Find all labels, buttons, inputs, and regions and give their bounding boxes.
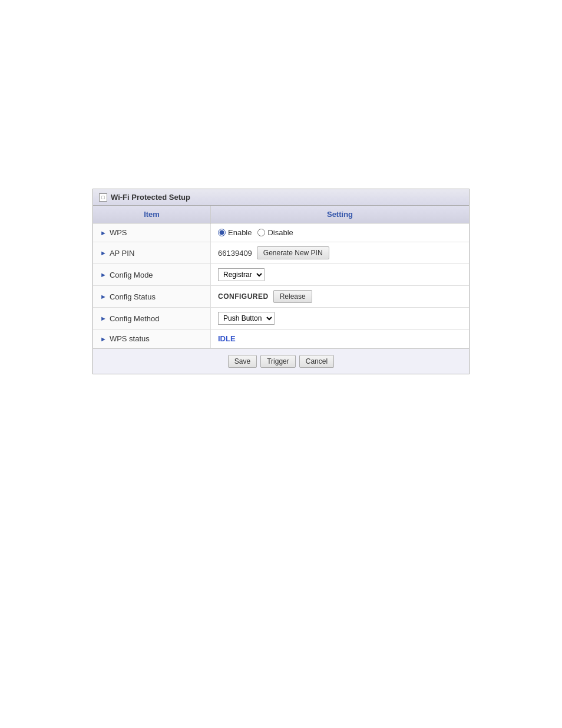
- wps-disable-label[interactable]: Disable: [257, 228, 293, 237]
- label-wps: WPS: [110, 228, 127, 237]
- wps-enable-label[interactable]: Enable: [218, 228, 252, 237]
- label-config-mode: Config Mode: [110, 271, 153, 279]
- row-label-config-method: ► Config Method: [93, 308, 211, 329]
- config-mode-select[interactable]: Registrar: [218, 268, 265, 281]
- row-value-ap-pin: 66139409 Generate New PIN: [211, 242, 469, 263]
- row-value-config-status: CONFIGURED Release: [211, 286, 469, 307]
- label-config-method: Config Method: [110, 314, 160, 323]
- panel-title-icon: □: [99, 193, 107, 202]
- arrow-icon-config-mode: ►: [100, 271, 107, 278]
- row-value-wps: Enable Disable: [211, 223, 469, 242]
- label-wps-status: WPS status: [110, 334, 150, 343]
- row-label-wps: ► WPS: [93, 223, 211, 242]
- configured-status-text: CONFIGURED: [218, 292, 269, 301]
- row-label-config-mode: ► Config Mode: [93, 264, 211, 285]
- wps-radio-group: Enable Disable: [218, 228, 293, 237]
- arrow-icon-wps: ►: [100, 229, 107, 236]
- table-row: ► Config Mode Registrar: [93, 264, 469, 286]
- wps-idle-text: IDLE: [218, 334, 236, 343]
- release-button[interactable]: Release: [273, 290, 312, 303]
- panel-title-text: Wi-Fi Protected Setup: [111, 193, 190, 202]
- wps-disable-radio[interactable]: [257, 229, 265, 236]
- page-wrapper: □ Wi-Fi Protected Setup Item Setting ► W…: [0, 0, 562, 728]
- header-item: Item: [93, 206, 211, 223]
- ap-pin-value: 66139409: [218, 249, 252, 258]
- table-row: ► WPS status IDLE: [93, 330, 469, 348]
- trigger-button[interactable]: Trigger: [260, 355, 296, 368]
- wps-enable-radio[interactable]: [218, 229, 226, 236]
- arrow-icon-wps-status: ►: [100, 335, 107, 342]
- table-row: ► WPS Enable Disable: [93, 223, 469, 242]
- panel-footer: Save Trigger Cancel: [93, 348, 469, 374]
- row-label-config-status: ► Config Status: [93, 286, 211, 307]
- row-value-config-mode: Registrar: [211, 264, 469, 285]
- arrow-icon-config-status: ►: [100, 293, 107, 300]
- generate-pin-button[interactable]: Generate New PIN: [257, 246, 329, 259]
- label-ap-pin: AP PIN: [110, 249, 134, 258]
- save-button[interactable]: Save: [228, 355, 257, 368]
- row-value-config-method: Push Button: [211, 308, 469, 329]
- arrow-icon-ap-pin: ►: [100, 249, 107, 256]
- table-row: ► Config Method Push Button: [93, 308, 469, 330]
- wps-disable-text: Disable: [267, 228, 293, 237]
- header-setting: Setting: [211, 206, 469, 223]
- wps-panel: □ Wi-Fi Protected Setup Item Setting ► W…: [92, 189, 470, 374]
- row-value-wps-status: IDLE: [211, 330, 469, 348]
- wps-enable-text: Enable: [228, 228, 252, 237]
- table-row: ► AP PIN 66139409 Generate New PIN: [93, 242, 469, 264]
- table-row: ► Config Status CONFIGURED Release: [93, 286, 469, 308]
- cancel-button[interactable]: Cancel: [299, 355, 334, 368]
- row-label-wps-status: ► WPS status: [93, 330, 211, 348]
- label-config-status: Config Status: [110, 292, 156, 301]
- config-method-select[interactable]: Push Button: [218, 312, 275, 325]
- panel-title-bar: □ Wi-Fi Protected Setup: [93, 189, 469, 206]
- row-label-ap-pin: ► AP PIN: [93, 242, 211, 263]
- table-header: Item Setting: [93, 206, 469, 223]
- arrow-icon-config-method: ►: [100, 315, 107, 322]
